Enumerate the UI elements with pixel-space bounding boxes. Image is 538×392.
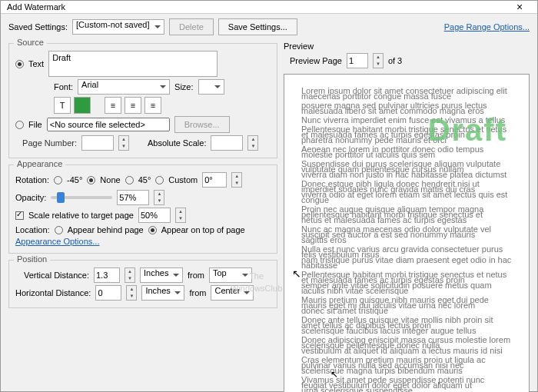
underline-button[interactable]: T [54, 97, 71, 114]
vfrom-label: from [188, 271, 204, 280]
page-number-input[interactable] [81, 135, 114, 151]
behind-radio[interactable] [55, 226, 63, 234]
save-settings-button[interactable]: Save Settings... [218, 18, 297, 35]
opacity-spinner[interactable]: ▲▼ [154, 190, 164, 205]
vunit-select[interactable]: Inches [140, 267, 183, 283]
rot-custom-radio[interactable] [155, 176, 164, 184]
hdist-input[interactable] [95, 285, 121, 301]
scale-relative-value[interactable] [138, 208, 171, 223]
preview-watermark: Draft [428, 113, 507, 148]
size-label: Size: [174, 82, 193, 91]
source-title: Source [14, 38, 47, 47]
file-path-input[interactable] [47, 118, 170, 131]
appearance-group: Appearance Rotation: -45° None 45° Custo… [8, 164, 277, 254]
text-radio[interactable] [15, 60, 24, 68]
saved-settings-select[interactable]: [Custom-not saved] [72, 19, 164, 35]
scale-relative-label: Scale relative to target page [28, 211, 134, 220]
abs-scale-spinner[interactable]: ▲▼ [247, 135, 258, 151]
delete-button[interactable]: Delete [169, 18, 214, 35]
opacity-value[interactable] [117, 190, 149, 205]
scale-relative-checkbox[interactable] [15, 211, 24, 220]
page-range-link[interactable]: Page Range Options... [444, 22, 530, 32]
size-select[interactable] [198, 79, 224, 95]
hdist-spinner[interactable]: ▲▼ [126, 285, 137, 301]
preview-page-spinner[interactable]: ▲▼ [373, 53, 384, 68]
preview-page-input[interactable] [347, 53, 368, 68]
file-radio[interactable] [15, 121, 24, 129]
font-label: Font: [54, 82, 73, 91]
titlebar: Add Watermark × [1, 1, 537, 14]
preview-box: Lorem ipsum dolor sit amet consectetuer … [284, 74, 530, 392]
rotation-label: Rotation: [15, 175, 49, 184]
add-watermark-dialog: Add Watermark × Saved Settings: [Custom-… [0, 0, 538, 392]
vdist-label: Vertical Distance: [15, 271, 89, 280]
vdist-input[interactable] [94, 267, 120, 283]
rot-custom-spinner[interactable]: ▲▼ [231, 172, 242, 188]
hfrom-select[interactable]: Center [211, 285, 254, 301]
preview-of-label: of 3 [388, 56, 402, 65]
scale-spinner[interactable]: ▲▼ [175, 208, 186, 223]
rot-none-radio[interactable] [87, 176, 95, 184]
settings-toolbar: Saved Settings: [Custom-not saved] Delet… [1, 14, 537, 40]
hfrom-label: from [189, 288, 206, 297]
page-number-label: Page Number: [15, 138, 77, 148]
rot-45-radio[interactable] [125, 176, 134, 184]
align-left-button[interactable]: ≡ [105, 97, 121, 114]
appearance-options-link[interactable]: Appearance Options... [15, 237, 99, 246]
location-label: Location: [15, 225, 50, 234]
opacity-label: Opacity: [15, 193, 46, 202]
hdist-label: Horizontal Distance: [15, 288, 91, 297]
abs-scale-input[interactable] [211, 135, 243, 151]
vdist-spinner[interactable]: ▲▼ [125, 267, 135, 283]
position-group: Position Vertical Distance: ▲▼ Inches fr… [8, 260, 277, 308]
vfrom-select[interactable]: Top [209, 267, 252, 283]
source-group: Source Text Draft Font: Arial Size: T ≡ [8, 43, 277, 158]
text-radio-label: Text [28, 59, 44, 68]
ontop-radio[interactable] [148, 226, 157, 234]
file-radio-label: File [28, 120, 42, 129]
watermark-text-input[interactable]: Draft [48, 51, 218, 77]
saved-settings-label: Saved Settings: [8, 22, 68, 32]
opacity-slider[interactable] [51, 196, 112, 199]
rot-neg45-radio[interactable] [54, 176, 62, 184]
align-center-button[interactable]: ≡ [125, 97, 141, 114]
preview-page-label: Preview Page [290, 56, 342, 65]
preview-title: Preview [284, 42, 530, 51]
hunit-select[interactable]: Inches [141, 285, 184, 301]
page-number-spinner[interactable]: ▲▼ [118, 135, 129, 151]
font-select[interactable]: Arial [78, 79, 170, 95]
text-color-swatch[interactable] [74, 97, 91, 114]
position-title: Position [14, 254, 50, 264]
abs-scale-label: Absolute Scale: [148, 138, 206, 148]
align-right-button[interactable]: ≡ [144, 97, 161, 114]
close-icon[interactable]: × [508, 1, 531, 13]
dialog-title: Add Watermark [7, 2, 508, 12]
browse-button[interactable]: Browse... [174, 116, 230, 133]
rot-custom-value[interactable] [202, 172, 227, 188]
appearance-title: Appearance [14, 159, 65, 168]
